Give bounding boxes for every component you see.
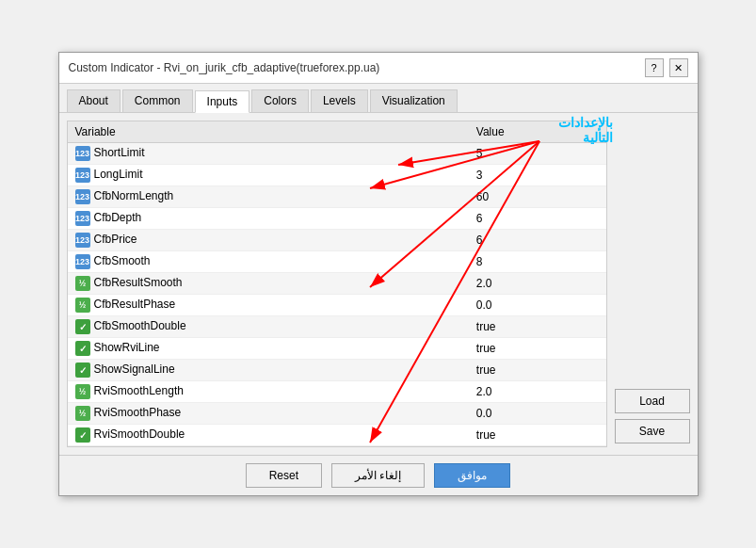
cancel-button[interactable]: إلغاء الأمر bbox=[331, 463, 425, 488]
row-icon: ½ bbox=[75, 276, 90, 291]
save-button[interactable]: Save bbox=[615, 419, 690, 443]
variable-name: CfbSmoothDouble bbox=[94, 319, 186, 332]
variable-cell: ✓RviSmoothDouble bbox=[68, 425, 469, 446]
row-icon: ✓ bbox=[75, 427, 90, 443]
variable-name: CfbResultPhase bbox=[94, 298, 176, 311]
row-icon: 123 bbox=[75, 233, 90, 248]
col-value-header: Value bbox=[469, 121, 606, 143]
table-row[interactable]: ½RviSmoothLength2.0 bbox=[68, 381, 606, 403]
variable-cell: 123CfbDepth bbox=[68, 208, 469, 230]
value-cell[interactable]: 5 bbox=[469, 143, 606, 165]
row-icon: 123 bbox=[75, 146, 90, 161]
value-cell[interactable]: 6 bbox=[469, 208, 606, 230]
variable-cell: 123CfbNormLength bbox=[68, 186, 469, 208]
variable-cell: ✓CfbSmoothDouble bbox=[68, 316, 469, 338]
variables-table: Variable Value 123ShortLimit5123LongLimi… bbox=[68, 121, 606, 446]
variable-cell: 123CfbPrice bbox=[68, 230, 469, 251]
tab-inputs[interactable]: Inputs bbox=[195, 90, 250, 113]
row-icon: 123 bbox=[75, 254, 90, 269]
variable-name: RviSmoothPhase bbox=[94, 406, 182, 419]
variable-name: CfbNormLength bbox=[94, 189, 174, 202]
variable-name: RviSmoothLength bbox=[94, 384, 184, 397]
row-icon: ✓ bbox=[75, 363, 90, 378]
variable-cell: ½CfbResultPhase bbox=[68, 295, 469, 316]
value-cell[interactable]: 8 bbox=[469, 251, 606, 273]
table-row[interactable]: 123ShortLimit5 bbox=[68, 143, 606, 165]
tab-levels[interactable]: Levels bbox=[311, 89, 368, 112]
col-variable-header: Variable bbox=[68, 121, 469, 143]
value-cell[interactable]: true bbox=[469, 316, 606, 338]
value-cell[interactable]: 0.0 bbox=[469, 295, 606, 316]
variable-cell: 123LongLimit bbox=[68, 165, 469, 186]
tab-visualization[interactable]: Visualization bbox=[370, 89, 458, 112]
help-button[interactable]: ? bbox=[645, 58, 664, 77]
variable-cell: ✓ShowSignalLine bbox=[68, 360, 469, 381]
table-row[interactable]: 123CfbDepth6 bbox=[68, 208, 606, 230]
row-icon: ½ bbox=[75, 298, 90, 313]
value-cell[interactable]: 3 bbox=[469, 165, 606, 186]
row-icon: 123 bbox=[75, 168, 90, 183]
variable-name: CfbDepth bbox=[94, 211, 142, 224]
value-cell[interactable]: 6 bbox=[469, 230, 606, 251]
row-icon: 123 bbox=[75, 211, 90, 226]
table-row[interactable]: 123CfbPrice6 bbox=[68, 230, 606, 251]
content-area: بالإعدادات التالية Variable Value bbox=[59, 113, 698, 455]
value-cell[interactable]: 60 bbox=[469, 186, 606, 208]
table-row[interactable]: 123CfbNormLength60 bbox=[68, 186, 606, 208]
table-row[interactable]: ✓CfbSmoothDoubletrue bbox=[68, 316, 606, 338]
value-cell[interactable]: 2.0 bbox=[469, 381, 606, 403]
variable-cell: 123CfbSmooth bbox=[68, 251, 469, 273]
table-row[interactable]: ½CfbResultPhase0.0 bbox=[68, 295, 606, 316]
variable-name: ShowSignalLine bbox=[94, 363, 175, 376]
table-header: Variable Value bbox=[68, 121, 606, 143]
variable-name: RviSmoothDouble bbox=[94, 427, 185, 441]
ok-button[interactable]: موافق bbox=[434, 463, 510, 488]
row-icon: 123 bbox=[75, 189, 90, 204]
row-icon: ½ bbox=[75, 406, 90, 421]
variable-cell: ½RviSmoothPhase bbox=[68, 403, 469, 425]
dialog-title: Custom Indicator - Rvi_on_jurik_cfb_adap… bbox=[69, 61, 380, 74]
variable-cell: ✓ShowRviLine bbox=[68, 338, 469, 360]
value-cell[interactable]: true bbox=[469, 425, 606, 446]
tab-colors[interactable]: Colors bbox=[251, 89, 309, 112]
tab-about[interactable]: About bbox=[67, 89, 121, 112]
table-row[interactable]: 123CfbSmooth8 bbox=[68, 251, 606, 273]
variable-name: CfbPrice bbox=[94, 233, 137, 246]
variable-cell: 123ShortLimit bbox=[68, 143, 469, 165]
value-cell[interactable]: 2.0 bbox=[469, 273, 606, 295]
sidebar-buttons: Load Save bbox=[615, 121, 690, 447]
value-cell[interactable]: 0.0 bbox=[469, 403, 606, 425]
value-cell[interactable]: true bbox=[469, 338, 606, 360]
dialog: Custom Indicator - Rvi_on_jurik_cfb_adap… bbox=[58, 52, 699, 496]
load-button[interactable]: Load bbox=[615, 389, 690, 413]
close-button[interactable]: ✕ bbox=[669, 58, 688, 77]
variables-table-container: Variable Value 123ShortLimit5123LongLimi… bbox=[67, 121, 607, 447]
table-row[interactable]: ½RviSmoothPhase0.0 bbox=[68, 403, 606, 425]
table-row[interactable]: ✓ShowSignalLinetrue bbox=[68, 360, 606, 381]
variable-cell: ½CfbResultSmooth bbox=[68, 273, 469, 295]
tabs-bar: About Common Inputs Colors Levels Visual… bbox=[59, 84, 698, 113]
table-row[interactable]: ✓RviSmoothDoubletrue bbox=[68, 425, 606, 446]
row-icon: ✓ bbox=[75, 341, 90, 356]
row-icon: ✓ bbox=[75, 319, 90, 334]
tab-common[interactable]: Common bbox=[122, 89, 193, 112]
table-row[interactable]: 123LongLimit3 bbox=[68, 165, 606, 186]
footer: Reset إلغاء الأمر موافق bbox=[59, 455, 698, 495]
title-bar-controls: ? ✕ bbox=[645, 58, 688, 77]
title-bar: Custom Indicator - Rvi_on_jurik_cfb_adap… bbox=[59, 53, 698, 84]
reset-button[interactable]: Reset bbox=[246, 463, 322, 488]
row-icon: ½ bbox=[75, 384, 90, 399]
variable-name: CfbSmooth bbox=[94, 254, 151, 267]
variable-name: ShowRviLine bbox=[94, 341, 160, 354]
variable-name: ShortLimit bbox=[94, 146, 145, 159]
value-cell[interactable]: true bbox=[469, 360, 606, 381]
variable-name: LongLimit bbox=[94, 168, 143, 181]
variable-cell: ½RviSmoothLength bbox=[68, 381, 469, 403]
table-row[interactable]: ½CfbResultSmooth2.0 bbox=[68, 273, 606, 295]
table-row[interactable]: ✓ShowRviLinetrue bbox=[68, 338, 606, 360]
variable-name: CfbResultSmooth bbox=[94, 276, 183, 289]
